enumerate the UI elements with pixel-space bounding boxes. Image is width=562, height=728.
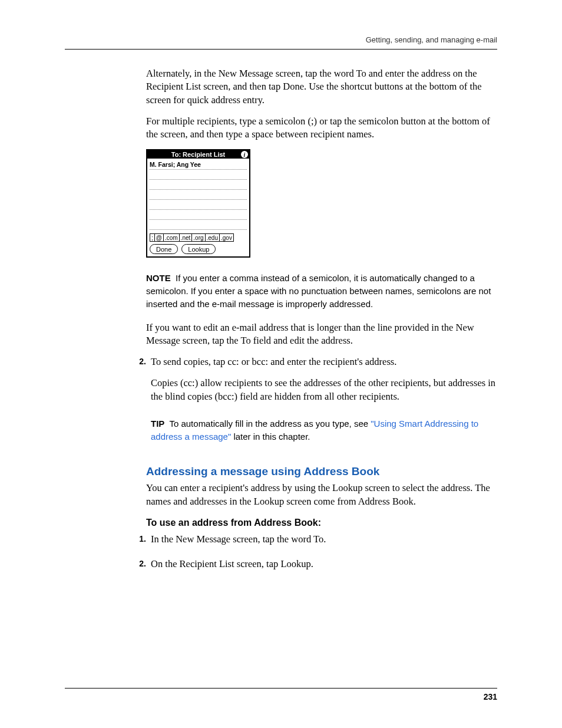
tip-text-before: To automatically fill in the address as … bbox=[169, 419, 371, 429]
tip-text-after: later in this chapter. bbox=[231, 431, 310, 442]
paragraph: You can enter a recipient's address by u… bbox=[146, 482, 497, 508]
shortcut-net: .net bbox=[180, 233, 193, 242]
shortcut-row: ; @ .com .net .org .edu .gov bbox=[150, 233, 247, 242]
running-header: Getting, sending, and managing e-mail bbox=[65, 35, 497, 44]
device-screenshot: To: Recipient List i M. Farsi; Ang Yee ;… bbox=[146, 149, 250, 258]
note-block: NOTE If you enter a comma instead of a s… bbox=[146, 272, 497, 310]
recipient-entry-line: M. Farsi; Ang Yee bbox=[150, 161, 247, 170]
paragraph: If you want to edit an e-mail address th… bbox=[146, 321, 497, 348]
blank-line bbox=[150, 171, 247, 180]
blank-line bbox=[150, 201, 247, 210]
button-row: Done Lookup bbox=[150, 244, 247, 254]
done-button: Done bbox=[150, 244, 178, 254]
footer-rule bbox=[65, 688, 497, 689]
shortcut-edu: .edu bbox=[206, 233, 220, 242]
paragraph: Alternately, in the New Message screen, … bbox=[146, 67, 497, 107]
step-item: 2. To send copies, tap cc: or bcc: and e… bbox=[146, 355, 497, 453]
shortcut-org: .org bbox=[192, 233, 205, 242]
step-text: In the New Message screen, tap the word … bbox=[151, 533, 497, 546]
shortcut-gov: .gov bbox=[220, 233, 234, 242]
blank-line bbox=[150, 211, 247, 220]
shortcut-semicolon: ; bbox=[150, 233, 155, 242]
screenshot-title: To: Recipient List bbox=[171, 151, 225, 158]
step-detail: Copies (cc:) allow recipients to see the… bbox=[151, 377, 497, 403]
page-number: 231 bbox=[65, 692, 497, 701]
shortcut-at: @ bbox=[155, 233, 164, 242]
paragraph: For multiple recipients, type a semicolo… bbox=[146, 115, 497, 141]
screenshot-title-bar: To: Recipient List i bbox=[147, 150, 249, 159]
lookup-button: Lookup bbox=[181, 244, 216, 254]
tip-block: TIP To automatically fill in the address… bbox=[151, 417, 497, 443]
note-text: If you enter a comma instead of a semico… bbox=[146, 273, 491, 309]
blank-line bbox=[150, 191, 247, 200]
tip-label: TIP bbox=[151, 419, 164, 429]
blank-line bbox=[150, 181, 247, 190]
info-icon: i bbox=[241, 151, 248, 158]
step-item: 1. In the New Message screen, tap the wo… bbox=[146, 533, 497, 551]
procedure-heading: To use an address from Address Book: bbox=[146, 518, 497, 528]
step-text: To send copies, tap cc: or bcc: and ente… bbox=[151, 355, 497, 368]
step-text: On the Recipient List screen, tap Lookup… bbox=[151, 558, 497, 571]
step-item: 2. On the Recipient List screen, tap Loo… bbox=[146, 558, 497, 579]
subsection-heading: Addressing a message using Address Book bbox=[146, 465, 497, 478]
blank-line bbox=[150, 221, 247, 230]
header-rule bbox=[65, 49, 497, 50]
note-label: NOTE bbox=[146, 273, 171, 283]
page-footer: 231 bbox=[65, 688, 497, 701]
step-number: 2. bbox=[133, 558, 151, 579]
step-number: 2. bbox=[133, 355, 151, 453]
step-number: 1. bbox=[133, 533, 151, 551]
shortcut-com: .com bbox=[164, 233, 180, 242]
screenshot-body: M. Farsi; Ang Yee ; @ .com .net .org .ed… bbox=[147, 159, 249, 256]
